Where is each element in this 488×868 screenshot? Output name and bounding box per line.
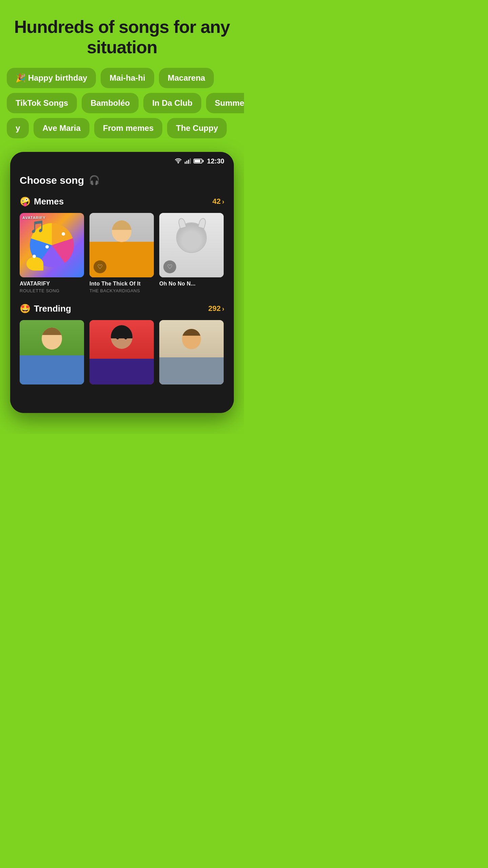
- tag-tiktok-songs[interactable]: TikTok Songs: [7, 93, 77, 113]
- trending-1-head: [42, 328, 62, 350]
- thick-song-name: Into The Thick Of It: [89, 281, 154, 287]
- trending-3-body: [159, 357, 224, 384]
- cat-ear-right: [198, 217, 207, 229]
- ohno-song-name: Oh No No N...: [159, 281, 224, 287]
- thick-image: ♡: [89, 213, 154, 277]
- heart-button-thick[interactable]: ♡: [94, 260, 106, 273]
- status-bar: 12:30: [10, 152, 234, 168]
- memes-count[interactable]: 42 ›: [212, 197, 224, 206]
- thick-song-artist: THE BACKYARDIGANS: [89, 288, 154, 293]
- tag-ave-maria[interactable]: Ave Maria: [34, 118, 89, 138]
- tag-the-cuppy[interactable]: The Cuppy: [167, 118, 227, 138]
- memes-songs-row: AVATARIFY 🎵 AVATARIFY Roulette song: [20, 213, 224, 293]
- trending-chevron: ›: [222, 305, 224, 313]
- phone-mockup: 12:30 Choose song 🎧 🤪 Memes 42 ›: [10, 152, 234, 413]
- dot-3: [33, 255, 36, 258]
- section-title-trending: 🤩 Trending: [20, 303, 71, 314]
- trending-count[interactable]: 292 ›: [208, 304, 224, 313]
- bird-shape: [26, 257, 43, 271]
- svg-rect-2: [186, 161, 187, 164]
- section-title-memes: 🤪 Memes: [20, 196, 64, 207]
- section-trending: 🤩 Trending 292 ›: [20, 303, 224, 396]
- tag-happy-birthday[interactable]: 🎉 Happy birthday: [7, 68, 96, 88]
- svg-rect-4: [190, 158, 191, 164]
- trending-songs-row: [20, 320, 224, 396]
- trending-1-image: [20, 320, 84, 384]
- tag-from-memes[interactable]: From memes: [94, 118, 162, 138]
- tag-in-da-club[interactable]: In Da Club: [143, 93, 201, 113]
- avatarify-song-artist: Roulette song: [20, 288, 84, 293]
- ohno-image: ♡: [159, 213, 224, 277]
- svg-rect-1: [185, 162, 186, 164]
- song-card-thick[interactable]: ♡ Into The Thick Of It THE BACKYARDIGANS: [89, 213, 154, 293]
- kid-head: [112, 220, 131, 242]
- tag-summer[interactable]: Summe...: [206, 93, 244, 113]
- trending-2-image: [89, 320, 154, 384]
- tag-mai-ha-hi[interactable]: Mai-ha-hi: [101, 68, 154, 88]
- music-note-icon: 🎵: [30, 220, 45, 234]
- trending-2-body: [89, 359, 154, 384]
- song-card-trending-3[interactable]: [159, 320, 224, 396]
- trending-label: Trending: [34, 303, 71, 314]
- status-time: 12:30: [207, 157, 224, 165]
- song-card-avatarify[interactable]: AVATARIFY 🎵 AVATARIFY Roulette song: [20, 213, 84, 293]
- trending-2-bg: [89, 320, 154, 384]
- dot-1: [45, 245, 49, 249]
- kid-hair: [112, 220, 131, 230]
- tag-y[interactable]: y: [7, 118, 29, 138]
- trending-emoji: 🤩: [20, 303, 30, 314]
- avatarify-image: AVATARIFY 🎵: [20, 213, 84, 277]
- song-card-ohno[interactable]: ♡ Oh No No N...: [159, 213, 224, 293]
- trending-1-song-name: [20, 388, 84, 395]
- trending-2-eyes: [116, 335, 127, 339]
- tag-macarena[interactable]: Macarena: [159, 68, 214, 88]
- avatarify-song-name: AVATARIFY: [20, 281, 84, 287]
- tag-bamboleo[interactable]: Bamboléo: [82, 93, 139, 113]
- signal-icon: [185, 158, 191, 164]
- trending-count-number: 292: [208, 304, 221, 313]
- svg-rect-3: [188, 160, 189, 164]
- app-title: Choose song: [20, 175, 84, 186]
- svg-point-0: [178, 162, 179, 163]
- trending-1-bg: [20, 320, 84, 384]
- memes-label: Memes: [34, 196, 64, 207]
- memes-count-number: 42: [212, 197, 221, 206]
- tags-section: 🎉 Happy birthday Mai-ha-hi Macarena TikT…: [0, 68, 244, 145]
- app-header: Choose song 🎧: [20, 175, 224, 186]
- tags-row-2: TikTok Songs Bamboléo In Da Club Summe..…: [0, 93, 244, 113]
- section-header-trending: 🤩 Trending 292 ›: [20, 303, 224, 314]
- tags-row-1: 🎉 Happy birthday Mai-ha-hi Macarena: [0, 68, 244, 88]
- cat-ear-left: [177, 217, 186, 229]
- wifi-icon: [175, 158, 182, 164]
- dot-2: [62, 232, 65, 236]
- hero-section: Hundreds of songs for any situation: [0, 0, 244, 68]
- trending-3-head: [182, 329, 201, 349]
- trending-2-head: [111, 325, 133, 349]
- trending-3-bg: [159, 320, 224, 384]
- song-card-trending-1[interactable]: [20, 320, 84, 396]
- battery-icon: [194, 159, 202, 163]
- trending-3-song-name: [159, 388, 224, 395]
- heart-button-ohno[interactable]: ♡: [163, 260, 176, 273]
- app-content: Choose song 🎧 🤪 Memes 42 › AVATARIF: [10, 168, 234, 413]
- app-emoji: 🎧: [89, 175, 100, 185]
- trending-1-body: [20, 355, 84, 384]
- status-icons: 12:30: [175, 157, 224, 165]
- memes-emoji: 🤪: [20, 196, 30, 207]
- section-memes: 🤪 Memes 42 › AVATARIFY 🎵: [20, 196, 224, 293]
- trending-1-hair: [42, 328, 62, 335]
- song-card-trending-2[interactable]: [89, 320, 154, 396]
- hero-title: Hundreds of songs for any situation: [0, 0, 244, 68]
- trending-3-hair: [182, 329, 201, 336]
- eye-right: [124, 335, 127, 339]
- tags-row-3: y Ave Maria From memes The Cuppy: [0, 118, 244, 138]
- trending-3-image: [159, 320, 224, 384]
- memes-chevron: ›: [222, 198, 224, 205]
- section-header-memes: 🤪 Memes 42 ›: [20, 196, 224, 207]
- avatarify-label: AVATARIFY: [22, 216, 46, 220]
- eye-left: [116, 335, 119, 339]
- trending-2-song-name: [89, 388, 154, 395]
